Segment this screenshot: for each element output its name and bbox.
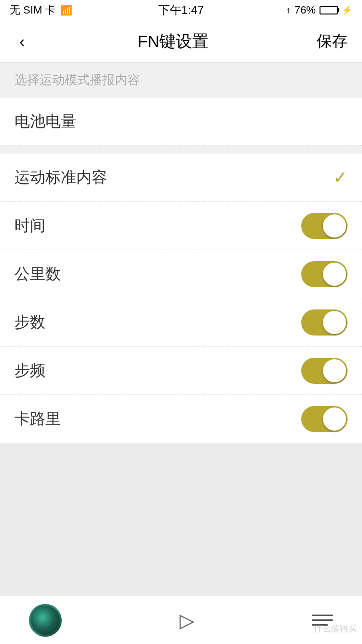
row-time[interactable]: 时间 [0,202,362,250]
row-calories-label: 卡路里 [14,408,61,430]
bottom-fill-area [0,443,362,617]
row-battery[interactable]: 电池电量 [0,98,362,146]
nav-bar: ‹ FN键设置 保存 [0,20,362,63]
toggle-cadence[interactable] [301,358,348,384]
tab-avatar[interactable] [29,604,62,637]
toggle-cadence-knob [323,359,346,382]
row-km-label: 公里数 [14,264,61,285]
row-standard[interactable]: 运动标准内容 ✓ [0,154,362,202]
toggle-steps-knob [323,311,346,334]
menu-line-2 [312,619,333,621]
charging-icon: ⚡ [342,5,352,15]
toggle-time-knob [323,214,346,238]
play-button[interactable]: ▷ [180,609,195,631]
tab-bar: ▷ [0,596,362,644]
status-left: 无 SIM 卡 📶 [10,3,72,17]
row-steps[interactable]: 步数 [0,298,362,347]
wifi-icon: 📶 [60,4,72,16]
toggle-steps[interactable] [301,309,348,336]
toggle-calories[interactable] [301,406,348,432]
toggle-time[interactable] [301,213,348,239]
row-steps-label: 步数 [14,312,45,333]
row-calories[interactable]: 卡路里 [0,395,362,443]
carrier-text: 无 SIM 卡 [10,3,56,17]
row-km[interactable]: 公里数 [0,250,362,298]
row-battery-label: 电池电量 [14,111,76,132]
section-header: 选择运动模式播报内容 [0,63,362,98]
avatar-image [31,606,60,635]
back-button[interactable]: ‹ [14,27,29,56]
row-time-label: 时间 [14,215,45,237]
settings-list: 电池电量 运动标准内容 ✓ 时间 公里数 步数 步频 卡路里 [0,98,362,443]
check-icon: ✓ [333,168,348,188]
toggle-calories-knob [323,407,346,431]
row-standard-label: 运动标准内容 [14,167,107,188]
battery-percent: 76% [294,4,316,16]
toggle-km[interactable] [301,261,348,287]
location-icon: ↑ [286,5,291,15]
page-title: FN键设置 [138,30,209,53]
battery-icon [320,6,338,14]
row-cadence[interactable]: 步频 [0,347,362,395]
row-cadence-label: 步频 [14,360,45,381]
status-time: 下午1:47 [158,2,204,18]
save-button[interactable]: 保存 [317,31,348,52]
section-header-text: 选择运动模式播报内容 [14,72,140,87]
toggle-km-knob [323,263,346,286]
menu-line-1 [312,615,333,616]
status-right: ↑ 76% ⚡ [286,4,352,16]
status-bar: 无 SIM 卡 📶 下午1:47 ↑ 76% ⚡ [0,0,362,20]
watermark: 什么值得买 [314,623,357,634]
row-separator [0,146,362,154]
